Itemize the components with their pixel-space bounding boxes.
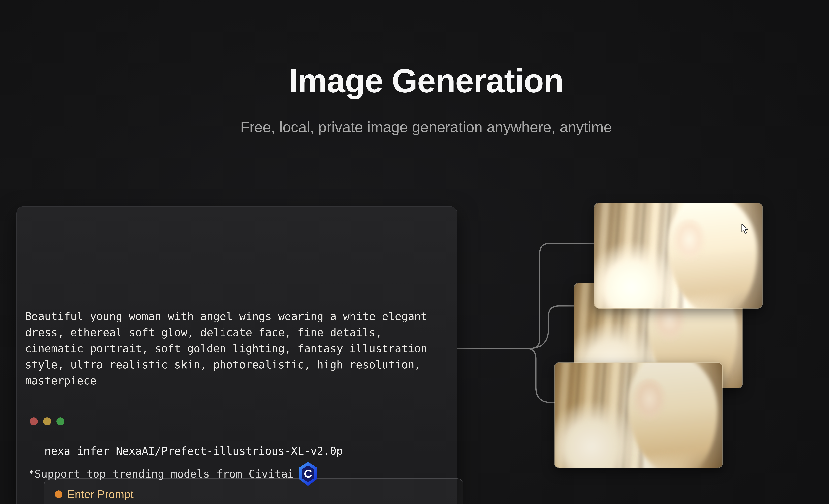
connector-bottom-branch xyxy=(457,349,555,402)
terminal-window: nexa infer NexaAI/Prefect-illustrious-XL… xyxy=(16,206,457,504)
generated-image-card-top xyxy=(594,203,763,309)
generated-image-art xyxy=(594,203,762,308)
generated-image-art xyxy=(554,363,722,468)
civitai-letter: C xyxy=(304,467,312,480)
terminal-command-text: nexa infer NexaAI/Prefect-illustrious-XL… xyxy=(44,444,343,459)
page-root: { "hero": { "title": "Image Generation",… xyxy=(0,0,829,504)
connector-middle-branch xyxy=(530,306,575,349)
prompt-text-value[interactable]: Beautiful young woman with angel wings w… xyxy=(25,309,427,389)
generated-image-card-bottom xyxy=(554,362,723,468)
terminal-footer: *Support top trending models from Civita… xyxy=(28,462,317,486)
cursor-pointer-icon xyxy=(741,224,749,235)
civitai-logo-icon: C xyxy=(299,462,317,486)
zoom-button[interactable] xyxy=(57,418,64,425)
footer-note: *Support top trending models from Civita… xyxy=(28,468,294,480)
prompt-panel-header: Enter Prompt xyxy=(55,489,134,500)
prompt-label: Enter Prompt xyxy=(67,488,134,501)
close-button[interactable] xyxy=(30,418,38,425)
status-dot-icon xyxy=(55,491,62,498)
window-controls xyxy=(30,418,64,425)
minimize-button[interactable] xyxy=(43,418,51,425)
